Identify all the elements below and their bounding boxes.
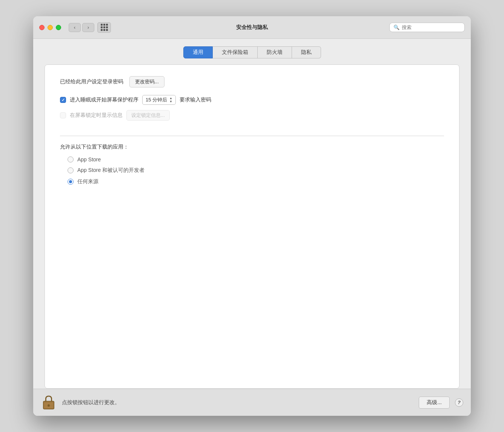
search-icon: 🔍 xyxy=(393,25,400,30)
search-input[interactable] xyxy=(402,25,461,30)
traffic-lights xyxy=(39,25,61,30)
set-lock-info-button: 设定锁定信息... xyxy=(126,110,170,121)
sources-title: 允许从以下位置下载的应用： xyxy=(60,144,444,150)
radio-selected-dot xyxy=(69,180,72,183)
lock-icon xyxy=(42,395,55,411)
lock-button[interactable] xyxy=(41,394,57,412)
delay-value: 15 分钟后 xyxy=(146,97,167,103)
footer-lock-text: 点按锁按钮以进行更改。 xyxy=(62,399,413,406)
svg-point-5 xyxy=(48,404,50,406)
radio-appstore-devs[interactable] xyxy=(68,167,74,173)
back-button[interactable]: ‹ xyxy=(69,23,81,32)
tab-privacy[interactable]: 隐私 xyxy=(292,46,321,58)
help-button[interactable]: ? xyxy=(455,398,463,407)
radio-item-anywhere[interactable]: 任何来源 xyxy=(68,178,444,185)
sleep-checkbox-row: ✓ 进入睡眠或开始屏幕保护程序 15 分钟后 ▲ ▼ 要求输入密码 xyxy=(60,95,444,105)
system-preferences-window: ‹ › 安全性与隐私 🔍 通用 文件保险箱 防火墙 隐私 xyxy=(33,16,471,416)
tab-filevault[interactable]: 文件保险箱 xyxy=(213,46,258,58)
require-password-label: 要求输入密码 xyxy=(180,97,211,103)
forward-button[interactable]: › xyxy=(82,23,94,32)
main-panel: 已经给此用户设定登录密码 更改密码... ✓ 进入睡眠或开始屏幕保护程序 15 … xyxy=(45,64,459,389)
window-title: 安全性与隐私 xyxy=(236,24,268,31)
radio-item-appstore[interactable]: App Store xyxy=(68,156,444,162)
minimize-button[interactable] xyxy=(48,25,53,30)
screen-lock-checkbox xyxy=(60,112,66,118)
password-label: 已经给此用户设定登录密码 xyxy=(60,78,123,85)
grid-button[interactable] xyxy=(97,22,111,33)
radio-appstore-devs-label: App Store 和被认可的开发者 xyxy=(77,167,144,174)
screen-lock-label: 在屏幕锁定时显示信息 xyxy=(70,112,123,119)
sleep-checkbox[interactable]: ✓ xyxy=(60,97,66,103)
section-divider xyxy=(60,136,444,136)
delay-dropdown[interactable]: 15 分钟后 ▲ ▼ xyxy=(142,95,176,105)
titlebar: ‹ › 安全性与隐私 🔍 xyxy=(33,16,471,39)
radio-anywhere[interactable] xyxy=(68,179,74,185)
grid-icon xyxy=(101,24,108,31)
radio-appstore-label: App Store xyxy=(77,156,101,162)
nav-buttons: ‹ › xyxy=(69,23,94,32)
password-section: 已经给此用户设定登录密码 更改密码... xyxy=(60,76,444,87)
close-button[interactable] xyxy=(39,25,45,30)
tab-general[interactable]: 通用 xyxy=(183,46,213,58)
dropdown-arrows-icon: ▲ ▼ xyxy=(169,97,172,103)
sources-radio-group: App Store App Store 和被认可的开发者 任何来源 xyxy=(60,156,444,185)
screen-lock-row: 在屏幕锁定时显示信息 设定锁定信息... xyxy=(60,110,444,121)
radio-appstore[interactable] xyxy=(68,156,74,162)
content-area: 通用 文件保险箱 防火墙 隐私 已经给此用户设定登录密码 更改密码... ✓ 进… xyxy=(33,39,471,389)
search-bar[interactable]: 🔍 xyxy=(389,23,465,32)
checkmark-icon: ✓ xyxy=(61,98,65,102)
tab-firewall[interactable]: 防火墙 xyxy=(258,46,292,58)
tab-bar: 通用 文件保险箱 防火墙 隐私 xyxy=(45,46,459,58)
advanced-button[interactable]: 高级... xyxy=(419,397,450,409)
radio-item-appstore-devs[interactable]: App Store 和被认可的开发者 xyxy=(68,167,444,174)
sleep-label: 进入睡眠或开始屏幕保护程序 xyxy=(70,97,138,103)
footer: 点按锁按钮以进行更改。 高级... ? xyxy=(33,389,471,416)
maximize-button[interactable] xyxy=(56,25,61,30)
radio-anywhere-label: 任何来源 xyxy=(77,178,98,185)
change-password-button[interactable]: 更改密码... xyxy=(129,76,164,87)
